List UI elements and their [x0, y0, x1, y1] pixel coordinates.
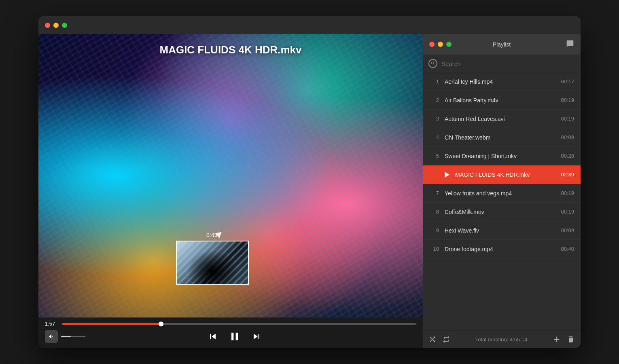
- pause-button[interactable]: [228, 330, 241, 343]
- item-duration: 00:19: [561, 190, 574, 196]
- volume-icon: [48, 333, 55, 340]
- search-bar: [423, 55, 581, 72]
- volume-section: [45, 330, 85, 343]
- delete-button[interactable]: [567, 335, 575, 343]
- trash-icon: [567, 335, 575, 343]
- item-number: 2: [429, 97, 439, 103]
- playlist-title: Playlist: [493, 41, 511, 48]
- item-number: 4: [429, 134, 439, 140]
- item-duration: 00:09: [561, 227, 574, 233]
- time-tooltip: 0:43: [206, 232, 217, 238]
- progress-row: 1:57: [45, 321, 416, 327]
- previous-icon: [207, 331, 218, 342]
- previous-button[interactable]: [207, 331, 218, 342]
- traffic-lights: [45, 23, 67, 28]
- app-window: MAGIC FLUIDS 4K HDR.mkv 0:43 1:57: [38, 16, 581, 348]
- video-area: MAGIC FLUIDS 4K HDR.mkv 0:43 1:57: [38, 34, 423, 348]
- item-duration: 02:39: [561, 171, 574, 178]
- item-name: Yellow fruits and vegs.mp4: [445, 190, 558, 197]
- item-name: Air Ballons Party.m4v: [445, 97, 558, 104]
- playlist-footer: Total duration: 4:55:14: [423, 330, 581, 348]
- item-name: Autumn Red Leaves.avi: [445, 116, 558, 122]
- playlist-item-9[interactable]: 9 Hexi Wave.flv 00:09: [423, 221, 581, 240]
- next-icon: [251, 331, 262, 342]
- item-name: Hexi Wave.flv: [445, 227, 558, 234]
- playing-icon: [445, 172, 449, 178]
- item-number: 7: [429, 190, 439, 196]
- item-duration: 00:40: [561, 246, 574, 252]
- item-name: Aerial Icy Hills.mp4: [445, 78, 558, 85]
- total-duration: Total duration: 4:55:14: [456, 336, 547, 343]
- playlist-traffic-lights: [429, 42, 452, 47]
- playlist-item-6[interactable]: MAGIC FLUIDS 4K HDR.mkv 02:39: [423, 165, 581, 184]
- playlist-item-7[interactable]: 7 Yellow fruits and vegs.mp4 00:19: [423, 184, 581, 203]
- volume-slider[interactable]: [61, 336, 85, 337]
- current-time: 1:57: [45, 321, 58, 327]
- playlist-item-10[interactable]: 10 Drone footage.mp4 00:40: [423, 240, 581, 258]
- magnifier-icon: [430, 61, 435, 66]
- playlist-item-2[interactable]: 2 Air Ballons Party.m4v 00:19: [423, 91, 581, 110]
- close-button[interactable]: [45, 23, 50, 28]
- playlist-header: Playlist: [423, 34, 581, 55]
- playlist-close-button[interactable]: [429, 42, 435, 47]
- item-name: Coffe&Milk.mov: [445, 209, 558, 215]
- item-number: 8: [429, 209, 439, 215]
- item-number: 9: [429, 227, 439, 233]
- video-title: MAGIC FLUIDS 4K HDR.mkv: [38, 44, 423, 56]
- item-number: 10: [429, 246, 439, 252]
- item-duration: 00:28: [561, 153, 574, 159]
- progress-thumb: [159, 322, 163, 326]
- playlist-minimize-button[interactable]: [438, 42, 443, 47]
- item-name: Drone footage.mp4: [445, 246, 558, 252]
- item-duration: 00:09: [561, 134, 574, 140]
- playlist-panel: Playlist 1 Ae: [423, 34, 581, 348]
- controls-bottom: [45, 330, 416, 343]
- add-button[interactable]: [552, 335, 561, 344]
- title-bar: [38, 16, 581, 34]
- item-duration: 00:19: [561, 209, 574, 215]
- progress-bar[interactable]: [62, 323, 416, 325]
- item-name: Chi Theater.webm: [445, 134, 558, 141]
- pause-icon: [228, 330, 241, 343]
- controls-bar: 1:57: [38, 317, 423, 348]
- minimize-button[interactable]: [53, 23, 59, 28]
- item-duration: 00:17: [561, 78, 574, 85]
- video-canvas: 0:43: [38, 34, 423, 317]
- volume-button[interactable]: [45, 330, 58, 343]
- item-duration: 00:19: [561, 116, 574, 122]
- item-number: 1: [429, 78, 439, 85]
- add-icon: [552, 335, 561, 344]
- item-duration: 00:19: [561, 97, 574, 103]
- playlist-item-4[interactable]: 4 Chi Theater.webm 00:09: [423, 128, 581, 147]
- volume-filled: [61, 336, 71, 337]
- playback-controls: [207, 330, 262, 343]
- item-number: 3: [429, 116, 439, 122]
- playlist-item-5[interactable]: 5 Sweet Dreaming | Short.mkv 00:28: [423, 147, 581, 165]
- chat-icon[interactable]: [566, 40, 574, 49]
- item-number: 5: [429, 153, 439, 159]
- playlist-item-1[interactable]: 1 Aerial Icy Hills.mp4 00:17: [423, 72, 581, 91]
- search-input[interactable]: [441, 60, 575, 67]
- playlist-item-3[interactable]: 3 Autumn Red Leaves.avi 00:19: [423, 110, 581, 128]
- shuffle-button[interactable]: [428, 335, 437, 343]
- main-content: MAGIC FLUIDS 4K HDR.mkv 0:43 1:57: [38, 34, 581, 348]
- thumbnail-preview: [176, 241, 249, 285]
- item-name: Sweet Dreaming | Short.mkv: [445, 153, 558, 159]
- repeat-button[interactable]: [442, 335, 450, 343]
- playlist-maximize-button[interactable]: [446, 42, 452, 47]
- repeat-icon: [442, 335, 450, 343]
- next-button[interactable]: [251, 331, 262, 342]
- shuffle-icon: [428, 335, 437, 343]
- chat-bubble-icon: [566, 40, 574, 48]
- playlist-items: 1 Aerial Icy Hills.mp4 00:17 2 Air Ballo…: [423, 72, 581, 330]
- maximize-button[interactable]: [62, 23, 67, 28]
- playlist-item-8[interactable]: 8 Coffe&Milk.mov 00:19: [423, 203, 581, 221]
- item-name: MAGIC FLUIDS 4K HDR.mkv: [455, 171, 558, 178]
- search-icon: [428, 59, 437, 68]
- progress-filled: [62, 323, 161, 325]
